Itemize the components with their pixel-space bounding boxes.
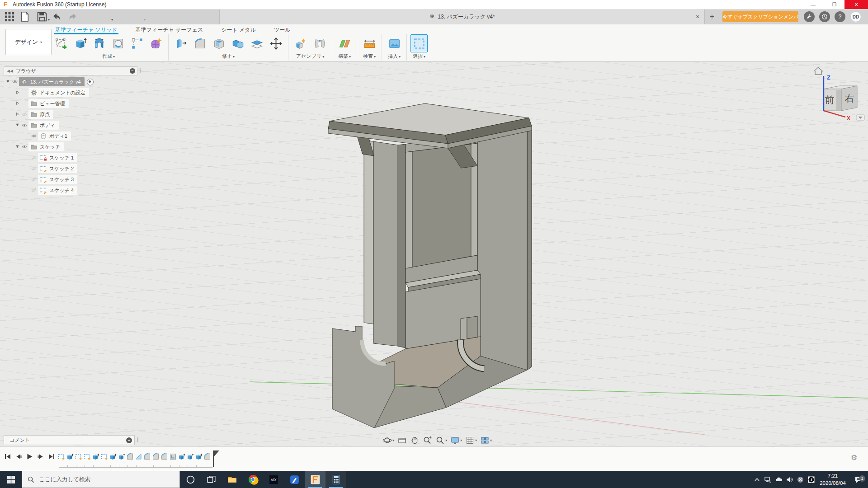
tool-move-button[interactable] <box>267 34 284 52</box>
activate-radio-button[interactable] <box>87 79 94 85</box>
ribbon-group-label[interactable]: 選択▾ <box>413 53 425 60</box>
tool-sketch-create-button[interactable] <box>52 34 70 52</box>
tool-measure-button[interactable] <box>361 34 378 52</box>
tree-row-0[interactable]: 13. バズーカラック v4 <box>5 77 94 87</box>
timeline-feature-extrude[interactable] <box>195 453 203 460</box>
undo-icon[interactable]: ▾ <box>51 11 62 22</box>
timeline-feature-sketch[interactable] <box>75 453 82 460</box>
go-to-start-button[interactable] <box>5 453 11 460</box>
tree-row-10[interactable]: スケッチ 4 <box>24 185 77 195</box>
tool-press-pull-button[interactable] <box>172 34 189 52</box>
ribbon-group-label[interactable]: 修正▾ <box>222 53 235 60</box>
tree-item[interactable]: ドキュメントの設定 <box>28 88 89 97</box>
avatar[interactable]: DD <box>850 11 861 22</box>
expander-icon[interactable] <box>14 101 20 106</box>
minimize-button[interactable]: — <box>803 0 823 9</box>
timeline-feature-extrude[interactable] <box>186 453 194 460</box>
fit-icon[interactable]: ▾ <box>435 436 447 445</box>
action-center-button[interactable]: 1 <box>849 475 868 484</box>
tool-hole-button[interactable] <box>109 34 127 52</box>
visibility-on-icon[interactable] <box>20 122 28 128</box>
tool-construction-plane-button[interactable] <box>336 34 353 52</box>
workspace-selector[interactable]: デザイン ▾ <box>5 29 52 55</box>
ribbon-group-label[interactable]: 検査▾ <box>363 53 376 60</box>
tool-revolve-button[interactable] <box>90 34 108 52</box>
timeline-feature-fillet[interactable] <box>203 453 211 460</box>
tool-fillet-button[interactable] <box>191 34 208 52</box>
expander-icon[interactable] <box>14 112 20 117</box>
tree-item[interactable]: 13. バズーカラック v4 <box>19 77 85 86</box>
comment-grip[interactable]: ∥ <box>137 437 139 442</box>
ribbon-group-label[interactable]: アセンブリ▾ <box>296 53 324 60</box>
timeline-feature-fillet[interactable] <box>143 453 151 460</box>
pan-icon[interactable] <box>410 436 420 445</box>
comment-box[interactable]: コメント + <box>4 435 135 445</box>
task-view-taskbar-icon[interactable] <box>201 471 222 488</box>
tree-item[interactable]: スケッチ 3 <box>38 175 77 184</box>
tool-select-button[interactable] <box>410 34 428 52</box>
document-tab[interactable]: 13. バズーカラック v4* ✕ <box>219 9 705 24</box>
j-app-icon[interactable]: J <box>806 476 816 483</box>
visibility-off-icon[interactable] <box>30 176 38 183</box>
tree-row-5[interactable]: ボディ1 <box>24 131 71 141</box>
tool-joint-button[interactable] <box>311 34 328 52</box>
fusion-360-taskbar-icon[interactable] <box>305 471 326 488</box>
look-at-icon[interactable] <box>397 436 407 445</box>
play-button[interactable] <box>26 453 33 460</box>
model-body[interactable] <box>328 103 532 428</box>
document-close-icon[interactable]: ✕ <box>693 13 702 21</box>
help-icon[interactable]: ? <box>835 11 845 22</box>
tree-row-1[interactable]: ドキュメントの設定 <box>14 88 89 98</box>
tree-item[interactable]: スケッチ 2 <box>38 164 77 173</box>
redo-icon[interactable]: ▾ <box>67 11 79 22</box>
onedrive-icon[interactable] <box>773 476 784 483</box>
tree-row-8[interactable]: スケッチ 2 <box>24 164 77 174</box>
timeline-feature-shell[interactable] <box>169 453 177 460</box>
tool-combine-button[interactable] <box>229 34 246 52</box>
tray-expand-icon[interactable] <box>751 476 762 483</box>
expander-icon[interactable] <box>14 122 20 128</box>
taskbar-clock[interactable]: 7:21 2020/08/04 <box>816 472 849 487</box>
add-comment-icon[interactable]: + <box>126 437 132 443</box>
cortana-taskbar-icon[interactable] <box>180 471 201 488</box>
network-icon[interactable] <box>762 476 773 483</box>
go-to-end-button[interactable] <box>48 453 55 460</box>
tool-rectangular-pattern-button[interactable] <box>128 34 146 52</box>
visibility-off-icon[interactable] <box>20 111 28 117</box>
tree-item[interactable]: スケッチ 1 <box>38 153 77 162</box>
tool-shell-button[interactable] <box>210 34 227 52</box>
step-forward-button[interactable] <box>37 453 44 460</box>
save-icon[interactable] <box>36 11 48 22</box>
viewports-icon[interactable]: ▾ <box>480 436 492 445</box>
expander-icon[interactable] <box>14 90 20 95</box>
ribbon-group-label[interactable]: 作成▾ <box>102 53 115 60</box>
visibility-off-icon[interactable] <box>30 187 38 193</box>
visibility-on-icon[interactable] <box>30 133 38 139</box>
timeline-settings-icon[interactable]: ⚙ <box>851 453 857 462</box>
chrome-taskbar-icon[interactable] <box>242 471 263 488</box>
visibility-off-icon[interactable] <box>30 155 38 161</box>
job-status-icon[interactable] <box>804 11 815 22</box>
timeline-playhead[interactable] <box>212 450 220 467</box>
tree-item[interactable]: ボディ1 <box>38 131 71 141</box>
tree-row-3[interactable]: 原点 <box>14 109 53 119</box>
ribbon-tab-0[interactable]: 基準フィーチャ ソリッド <box>54 25 118 34</box>
viewcube-right-face[interactable]: 右 <box>845 93 854 103</box>
tree-item[interactable]: スケッチ <box>28 142 64 151</box>
viewcube-front-face[interactable]: 前 <box>825 94 835 105</box>
tree-row-4[interactable]: ボディ <box>14 120 59 130</box>
start-button[interactable] <box>0 471 22 488</box>
tree-row-7[interactable]: スケッチ 1 <box>24 153 77 163</box>
timeline-feature-fillet[interactable] <box>160 453 168 460</box>
timeline-feature-fillet[interactable] <box>126 453 134 460</box>
blocked-icon[interactable] <box>795 476 806 483</box>
timeline-feature-extrude[interactable] <box>66 453 74 460</box>
vix-taskbar-icon[interactable]: ViX <box>263 471 284 488</box>
calculator-taskbar-icon[interactable] <box>326 471 346 488</box>
ribbon-tab-3[interactable]: ツール <box>273 25 292 34</box>
view-cube[interactable]: 前 右 Z X <box>808 63 867 123</box>
zoom-icon[interactable] <box>423 436 432 445</box>
timeline-feature-sketch[interactable] <box>83 453 91 460</box>
ribbon-tab-2[interactable]: シート メタル <box>220 25 257 34</box>
tool-offset-face-button[interactable] <box>248 34 265 52</box>
